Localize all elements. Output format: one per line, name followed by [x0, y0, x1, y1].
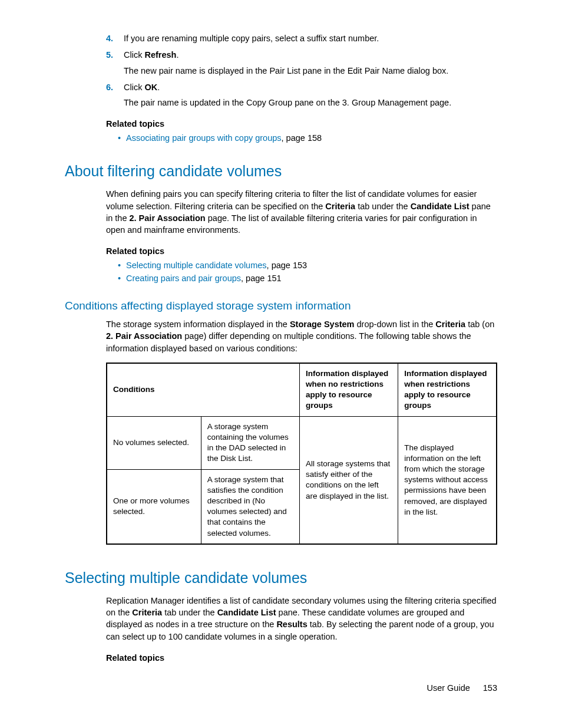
bold-text: Criteria — [435, 319, 465, 329]
table-cell-merged-restrict: The displayed information on the left fr… — [398, 416, 497, 544]
table-row: No volumes selected. A storage system co… — [107, 416, 497, 469]
related-link[interactable]: Creating pairs and pair groups — [126, 274, 241, 283]
bold-text: Criteria — [132, 608, 162, 617]
text: tab under the — [355, 202, 411, 211]
related-tail: , page 151 — [241, 274, 282, 283]
subsection-body: The storage system information displayed… — [106, 318, 497, 354]
table-header-row: Conditions Information displayed when no… — [107, 363, 497, 416]
subsection-heading-conditions: Conditions affecting displayed storage s… — [65, 299, 497, 312]
footer-page-number: 153 — [483, 683, 497, 693]
related-topics-list: Selecting multiple candidate volumes, pa… — [118, 259, 497, 285]
step-prefix: Click — [124, 50, 144, 60]
step-bold: OK — [144, 83, 157, 92]
conditions-table: Conditions Information displayed when no… — [106, 363, 497, 545]
step-5: 5. Click Refresh. The new pair name is d… — [106, 49, 497, 77]
step-subtext: The new pair name is displayed in the Pa… — [124, 65, 497, 77]
table-cell-condition: One or more volumes selected. — [107, 469, 201, 544]
section-paragraph: Replication Manager identifies a list of… — [106, 595, 497, 643]
step-bold: Refresh — [144, 50, 176, 60]
step-number: 5. — [106, 49, 113, 61]
section-body: Replication Manager identifies a list of… — [106, 595, 497, 643]
related-topics-heading: Related topics — [106, 653, 497, 663]
section-paragraph: When defining pairs you can specify filt… — [106, 188, 497, 236]
table-header-no-restrict: Information displayed when no restrictio… — [300, 363, 398, 416]
step-6: 6. Click OK. The pair name is updated in… — [106, 81, 497, 109]
step-subtext: The pair name is updated in the Copy Gro… — [124, 97, 497, 108]
text: tab under the — [162, 608, 217, 617]
related-tail: , page 153 — [267, 261, 308, 270]
text: tab (on — [465, 319, 494, 329]
related-link[interactable]: Associating pair groups with copy groups — [126, 133, 282, 143]
step-suffix: . — [176, 50, 178, 60]
step-number: 4. — [106, 32, 113, 44]
bold-text: Criteria — [325, 202, 355, 211]
step-prefix: Click — [124, 83, 144, 92]
table-header-conditions: Conditions — [107, 363, 300, 416]
text: The storage system information displayed… — [106, 319, 290, 329]
text: drop-down list in the — [355, 319, 436, 329]
subsection-paragraph: The storage system information displayed… — [106, 318, 497, 354]
table-cell-detail: A storage system that satisfies the cond… — [201, 469, 299, 544]
related-item: Selecting multiple candidate volumes, pa… — [118, 259, 497, 272]
bold-text: Candidate List — [411, 202, 470, 211]
table-cell-detail: A storage system containing the volumes … — [201, 416, 299, 469]
table-cell-merged-no-restrict: All storage systems that satisfy either … — [300, 416, 398, 544]
section-heading-filtering: About filtering candidate volumes — [65, 163, 497, 180]
related-tail: , page 158 — [282, 133, 322, 143]
footer-doc-title: User Guide — [427, 683, 470, 693]
step-text: Click OK. — [124, 81, 497, 93]
section-body: When defining pairs you can specify filt… — [106, 188, 497, 236]
related-item: Associating pair groups with copy groups… — [118, 132, 497, 145]
page-footer: User Guide 153 — [427, 683, 497, 693]
section-heading-selecting: Selecting multiple candidate volumes — [65, 569, 497, 587]
related-item: Creating pairs and pair groups, page 151 — [118, 272, 497, 285]
related-topics-heading: Related topics — [106, 246, 497, 256]
step-number: 6. — [106, 81, 113, 93]
related-topics-list: Associating pair groups with copy groups… — [118, 132, 497, 145]
step-text: Click Refresh. — [124, 49, 497, 61]
bold-text: 2. Pair Association — [130, 213, 206, 223]
table-cell-condition: No volumes selected. — [107, 416, 201, 469]
step-suffix: . — [157, 83, 160, 92]
steps-continuation: 4. If you are renaming multiple copy pai… — [106, 32, 497, 108]
bold-text: Results — [276, 620, 307, 629]
step-4: 4. If you are renaming multiple copy pai… — [106, 32, 497, 44]
bold-text: Candidate List — [217, 608, 276, 617]
related-link[interactable]: Selecting multiple candidate volumes — [126, 261, 267, 270]
ordered-steps: 4. If you are renaming multiple copy pai… — [106, 32, 497, 108]
document-page: 4. If you are renaming multiple copy pai… — [0, 0, 562, 728]
bold-text: Storage System — [290, 319, 355, 329]
bold-text: 2. Pair Association — [106, 331, 182, 341]
related-topics-heading: Related topics — [106, 119, 497, 129]
step-text: If you are renaming multiple copy pairs,… — [124, 32, 497, 44]
table-header-restrict: Information displayed when restrictions … — [398, 363, 497, 416]
